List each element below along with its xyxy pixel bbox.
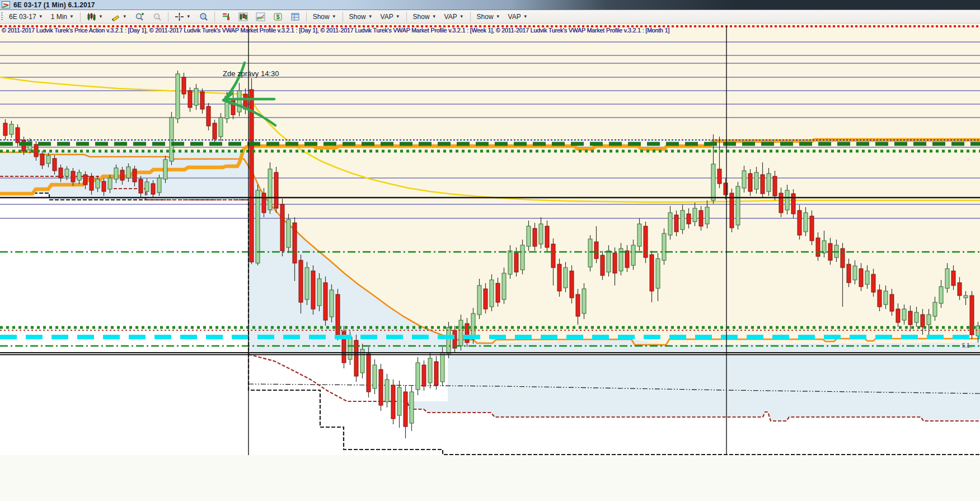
candle — [564, 268, 568, 288]
interval-selector[interactable]: 1 Min ▼ — [47, 11, 78, 22]
candle — [502, 273, 506, 299]
chart-panel[interactable]: © 2011-2017 Ludvik Turek's Price Action … — [0, 24, 980, 501]
toolbar-separator — [80, 12, 81, 22]
candle — [299, 260, 303, 302]
candle — [539, 224, 543, 244]
candle — [705, 207, 709, 224]
candle — [767, 174, 771, 191]
magnifier-icon — [199, 12, 208, 21]
candle — [40, 154, 44, 165]
candle — [120, 170, 124, 180]
vap-menu-2[interactable]: VAP ▼ — [377, 11, 404, 22]
show-menu-3[interactable]: Show ▼ — [409, 11, 440, 22]
toolbar-grip-icon[interactable] — [1, 12, 3, 21]
indicator-copyright-text: © 2011-2017 Ludvik Turek's Price Action … — [2, 27, 740, 34]
show-label: Show — [413, 13, 430, 21]
candle — [736, 186, 740, 225]
candle — [287, 219, 290, 247]
show-label: Show — [313, 13, 330, 21]
crosshair-icon — [175, 12, 184, 21]
candle — [96, 179, 100, 188]
candle — [53, 158, 57, 171]
candle — [508, 251, 512, 274]
svg-text:$: $ — [276, 13, 279, 20]
candle — [822, 241, 826, 253]
candle — [157, 178, 161, 193]
candle — [921, 315, 925, 327]
candle — [416, 363, 420, 390]
candle — [804, 213, 808, 232]
candle — [188, 91, 192, 107]
draw-tool-button[interactable]: ▼ — [107, 11, 131, 23]
candle — [496, 283, 500, 302]
candle — [964, 296, 968, 298]
vap-menu-3[interactable]: VAP ▼ — [440, 11, 468, 22]
candle — [83, 175, 87, 185]
chevron-down-icon: ▼ — [332, 15, 336, 19]
candle — [422, 365, 426, 386]
candle — [847, 264, 851, 283]
data-table-button[interactable] — [287, 11, 304, 23]
candle — [939, 287, 943, 303]
candle — [379, 369, 383, 405]
candle — [533, 228, 537, 246]
show-menu-2[interactable]: Show ▼ — [345, 11, 377, 22]
candle — [576, 294, 580, 316]
price-chart-canvas[interactable] — [0, 24, 980, 501]
candle — [182, 77, 186, 94]
candle — [114, 168, 118, 179]
candle — [699, 210, 703, 226]
area-chart-button[interactable] — [252, 11, 269, 23]
show-label: Show — [349, 13, 366, 21]
candle — [662, 233, 666, 260]
crosshair-button[interactable]: ▼ — [171, 11, 195, 23]
show-menu-1[interactable]: Show ▼ — [309, 11, 340, 22]
candle — [194, 88, 198, 105]
candle — [594, 242, 598, 259]
zoom-in-button[interactable] — [131, 11, 148, 23]
candle — [490, 280, 494, 307]
candle — [219, 118, 223, 137]
show-menu-4[interactable]: Show ▼ — [473, 11, 504, 22]
candle — [373, 365, 377, 388]
candle — [459, 320, 463, 346]
vap-menu-4[interactable]: VAP ▼ — [504, 11, 532, 22]
candle — [3, 123, 7, 135]
candle — [761, 175, 765, 194]
chart-style-button[interactable]: ▼ — [83, 11, 107, 23]
candle — [816, 238, 820, 256]
candle — [410, 392, 414, 423]
dollar-button[interactable]: $ — [269, 11, 287, 23]
candle — [951, 271, 955, 285]
candle — [582, 289, 586, 313]
trading-app-window: 6E 03-17 (1 Min) 6.1.2017 6E 03-17 ▼ 1 M… — [0, 0, 980, 501]
candle — [742, 171, 746, 188]
magnifier-button[interactable] — [195, 11, 212, 23]
toolbar-separator — [406, 12, 407, 22]
candle — [404, 392, 407, 427]
candle — [305, 268, 309, 299]
zoom-out-button[interactable] — [148, 11, 166, 23]
candle — [551, 244, 555, 268]
candle — [428, 358, 432, 383]
candle — [385, 380, 389, 402]
candles-indicator-button[interactable] — [235, 11, 252, 23]
chevron-down-icon: ▼ — [123, 15, 127, 19]
candle — [176, 74, 180, 119]
candle — [521, 245, 524, 270]
candle — [748, 174, 752, 191]
toolbar-separator — [470, 12, 471, 22]
candle — [397, 387, 401, 415]
candle — [10, 124, 13, 134]
candle — [514, 253, 518, 272]
data-table-icon — [290, 12, 300, 21]
bars-indicator-button[interactable] — [217, 11, 235, 23]
candle — [367, 354, 371, 392]
instrument-selector[interactable]: 6E 03-17 ▼ — [5, 11, 47, 22]
candle — [90, 176, 93, 190]
candle — [674, 215, 678, 232]
chevron-down-icon: ▼ — [432, 15, 437, 19]
chevron-down-icon: ▼ — [459, 15, 464, 19]
candle — [330, 290, 334, 317]
candle — [711, 164, 715, 200]
